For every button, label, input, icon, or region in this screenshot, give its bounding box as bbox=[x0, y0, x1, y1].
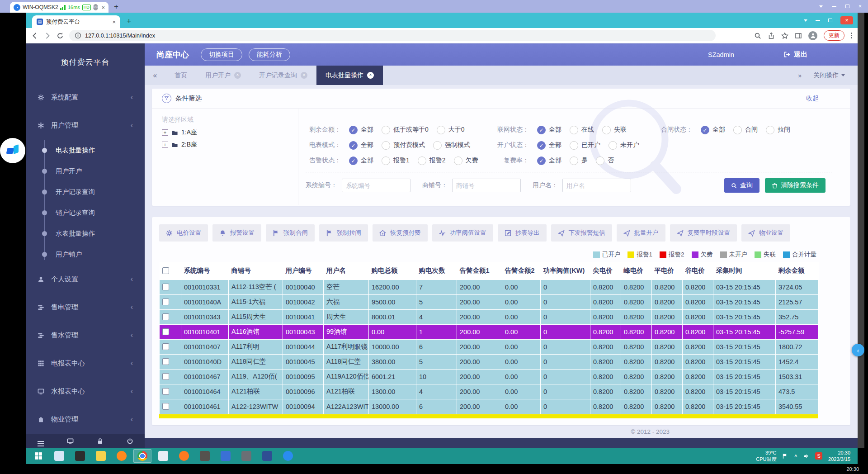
table-row-7[interactable]: 0010010464A121柏联00100096A121柏联1300.00420… bbox=[160, 384, 819, 399]
radio-icon[interactable] bbox=[433, 141, 442, 150]
taskbar-icon-settings[interactable] bbox=[237, 449, 255, 463]
radio-option[interactable]: 报警2 bbox=[418, 156, 446, 165]
toolbar-button-1[interactable]: 报警设置 bbox=[212, 224, 261, 242]
table-row-8[interactable]: 0010010461A122-123WITW00100094A122A123WI… bbox=[160, 399, 819, 414]
radio-option[interactable]: ✓全部 bbox=[349, 156, 373, 165]
page-tab-0[interactable]: 首页 bbox=[165, 66, 196, 85]
sidebar-subitem-3[interactable]: 销户记录查询 bbox=[26, 202, 145, 223]
radio-option[interactable]: 预付费模式 bbox=[382, 141, 425, 150]
tray-hidden-icons-chevron[interactable]: ˄ bbox=[794, 453, 797, 460]
new-tab-button[interactable]: + bbox=[127, 17, 132, 26]
radio-option[interactable]: 已开户 bbox=[570, 141, 600, 150]
zoom-icon[interactable] bbox=[754, 32, 761, 40]
radio-icon[interactable] bbox=[382, 126, 390, 134]
header-action-1[interactable]: 能耗分析 bbox=[249, 48, 290, 61]
radio-option[interactable]: 是 bbox=[570, 156, 588, 165]
tab-close-icon[interactable]: × bbox=[301, 72, 307, 79]
radio-checked-icon[interactable]: ✓ bbox=[537, 156, 546, 165]
radio-icon[interactable] bbox=[454, 156, 462, 165]
toolbar-button-8[interactable]: 批量开户 bbox=[617, 224, 665, 242]
remote-session-tab[interactable]: ◔ WIN-OQMSK21... 16ms HD RU × bbox=[10, 2, 108, 13]
sidebar-subitem-4[interactable]: 水表批量操作 bbox=[26, 223, 145, 244]
row-checkbox[interactable] bbox=[162, 403, 169, 410]
lock-button[interactable] bbox=[97, 437, 104, 445]
tab-close-icon[interactable]: × bbox=[112, 19, 116, 25]
taskbar-icon-gimp[interactable] bbox=[196, 449, 214, 463]
toolbar-button-0[interactable]: 电价设置 bbox=[159, 224, 208, 242]
remote-maximize-button[interactable] bbox=[845, 5, 849, 8]
row-checkbox[interactable] bbox=[162, 299, 169, 305]
sidebar-item-7[interactable]: 物业管理‹ bbox=[26, 406, 145, 433]
select-all-checkbox[interactable] bbox=[162, 267, 169, 274]
radio-option[interactable]: 欠费 bbox=[454, 156, 478, 165]
radio-checked-icon[interactable]: ✓ bbox=[349, 126, 358, 134]
tab-close-icon[interactable]: × bbox=[367, 72, 374, 79]
taskbar-icon-firefox[interactable] bbox=[113, 449, 131, 463]
radio-option[interactable]: 低于或等于0 bbox=[382, 126, 429, 134]
address-bar[interactable]: 127.0.0.1:10315/Main/Index bbox=[69, 30, 716, 41]
page-tab-3[interactable]: 电表批量操作× bbox=[316, 66, 383, 85]
column-header[interactable]: 尖电价 bbox=[590, 262, 621, 280]
tree-node-1[interactable]: +2:B座 bbox=[162, 141, 298, 149]
filter-input-1[interactable] bbox=[452, 179, 521, 192]
filter-input-2[interactable] bbox=[562, 179, 631, 192]
column-header[interactable]: 系统编号 bbox=[181, 262, 229, 280]
radio-icon[interactable] bbox=[609, 141, 617, 150]
tab-close-icon[interactable]: × bbox=[234, 72, 241, 79]
new-session-button[interactable]: + bbox=[114, 2, 118, 11]
radio-checked-icon[interactable]: ✓ bbox=[537, 141, 546, 150]
browser-minimize-button[interactable] bbox=[816, 20, 820, 21]
radio-icon[interactable] bbox=[596, 156, 604, 165]
tab-search-chevron-icon[interactable] bbox=[804, 19, 807, 24]
radio-icon[interactable] bbox=[733, 126, 742, 134]
taskbar-icon-app-orange[interactable] bbox=[175, 449, 193, 463]
browser-tab[interactable]: ▤ 预付费云平台 × bbox=[32, 15, 120, 28]
input-method-icon[interactable]: S bbox=[815, 452, 822, 460]
tray-flag-icon[interactable] bbox=[782, 453, 788, 459]
power-button[interactable] bbox=[127, 437, 133, 445]
page-tab-2[interactable]: 开户记录查询× bbox=[250, 66, 316, 85]
tree-expander-icon[interactable]: + bbox=[162, 129, 168, 136]
radio-option[interactable]: 在线 bbox=[570, 126, 594, 134]
tree-expander-icon[interactable]: + bbox=[162, 142, 168, 148]
start-button[interactable] bbox=[29, 449, 47, 463]
page-tab-1[interactable]: 用户开户× bbox=[196, 66, 250, 85]
logout-button[interactable]: 退出 bbox=[783, 50, 807, 59]
column-header[interactable]: 告警金额2 bbox=[502, 262, 541, 280]
site-info-icon[interactable] bbox=[75, 32, 81, 39]
radio-option[interactable]: ✓全部 bbox=[349, 141, 373, 150]
tabs-scroll-left-icon[interactable]: « bbox=[145, 66, 165, 85]
column-header[interactable]: 采集时间 bbox=[713, 262, 776, 280]
radio-checked-icon[interactable]: ✓ bbox=[537, 126, 546, 134]
column-header[interactable]: 功率阀值(KW) bbox=[541, 262, 590, 280]
table-row-6[interactable]: 0010010467A119、A120佰(00100095A119A120佰倍6… bbox=[160, 369, 819, 384]
column-header[interactable]: 剩余金额 bbox=[776, 262, 819, 280]
taskbar-icon-display-app[interactable] bbox=[258, 449, 276, 463]
radio-checked-icon[interactable]: ✓ bbox=[349, 141, 358, 150]
taskbar-icon-chrome[interactable] bbox=[133, 449, 151, 463]
browser-maximize-button[interactable] bbox=[828, 19, 832, 22]
column-header[interactable]: 谷电价 bbox=[683, 262, 713, 280]
radio-checked-icon[interactable]: ✓ bbox=[701, 126, 709, 134]
sidebar-item-4[interactable]: 售水管理‹ bbox=[26, 322, 145, 349]
browser-close-button[interactable]: × bbox=[840, 16, 853, 24]
column-header[interactable]: 购电次数 bbox=[416, 262, 457, 280]
column-header[interactable]: 商铺号 bbox=[229, 262, 283, 280]
radio-icon[interactable] bbox=[570, 156, 578, 165]
header-action-0[interactable]: 切换项目 bbox=[201, 48, 242, 61]
row-checkbox[interactable] bbox=[162, 284, 169, 290]
radio-icon[interactable] bbox=[418, 156, 426, 165]
username[interactable]: SZadmin bbox=[708, 51, 734, 58]
sidebar-item-2[interactable]: 个人设置‹ bbox=[26, 265, 145, 293]
share-icon[interactable] bbox=[768, 32, 775, 40]
row-checkbox[interactable] bbox=[162, 388, 169, 395]
row-checkbox[interactable] bbox=[162, 313, 169, 320]
collapse-filter-link[interactable]: 收起 bbox=[806, 95, 819, 103]
column-header[interactable]: 平电价 bbox=[652, 262, 683, 280]
radio-icon[interactable] bbox=[570, 141, 578, 150]
row-checkbox[interactable] bbox=[162, 328, 169, 335]
radio-option[interactable]: ✓全部 bbox=[701, 126, 725, 134]
remote-close-button[interactable]: × bbox=[859, 3, 862, 9]
radio-icon[interactable] bbox=[437, 126, 445, 134]
toolbar-button-5[interactable]: 功率阈值设置 bbox=[432, 224, 493, 242]
